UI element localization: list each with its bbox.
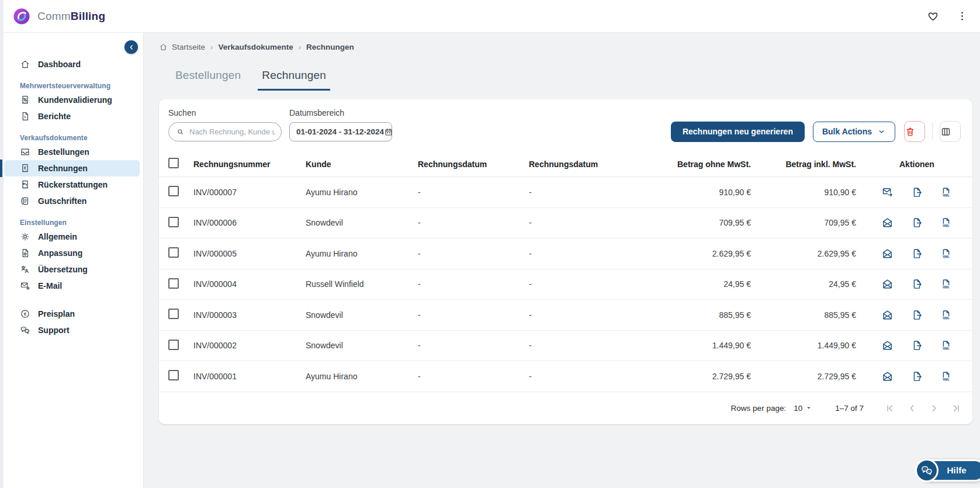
file-export-icon [911, 217, 923, 229]
regenerate-invoices-button[interactable]: Rechnungen neu generieren [671, 122, 805, 142]
sidebar-item-e-mail[interactable]: E-Mail [4, 278, 140, 294]
row-action-mail-open-button[interactable] [882, 217, 894, 229]
customer-cell: Snowdevil [306, 310, 418, 320]
select-all-checkbox[interactable] [168, 158, 179, 168]
mail-open-icon [882, 217, 894, 229]
file-xml-icon: XML [940, 309, 952, 321]
invoices-card: Suchen Datumsbereich 01-01-2024 - 31-12-… [159, 99, 972, 424]
toolbar-divider [932, 123, 933, 140]
invoice-euro-icon: € [20, 163, 30, 174]
sidebar-item-anpassung[interactable]: Anpassung [4, 245, 140, 261]
sidebar-item-gutschriften[interactable]: Gutschriften [4, 193, 140, 209]
net-amount-cell: 24,95 € [640, 279, 751, 289]
row-checkbox[interactable] [168, 370, 179, 380]
svg-text:XML: XML [943, 285, 950, 289]
sidebar-item-bestellungen[interactable]: Bestellungen [4, 144, 140, 160]
row-checkbox[interactable] [168, 247, 179, 258]
row-action-file-xml-button[interactable]: XML [940, 371, 952, 382]
row-action-file-export-button[interactable] [911, 248, 923, 259]
search-input[interactable] [189, 127, 275, 136]
invoice-number-cell: INV/000007 [193, 188, 306, 197]
row-actions: XML [856, 248, 963, 259]
window-edge-gutter [0, 0, 4, 488]
breadcrumb-separator: › [299, 43, 301, 51]
svg-text:XML: XML [943, 316, 950, 320]
file-xml-icon: XML [940, 248, 952, 259]
sidebar: DashboardMehrwertsteuerverwaltungKundenv… [0, 33, 144, 488]
invoice-number-cell: INV/000005 [193, 249, 306, 258]
row-action-file-export-button[interactable] [911, 186, 923, 198]
prev-page-button[interactable] [903, 400, 920, 416]
breadcrumb-item-startseite[interactable]: Startseite [159, 43, 205, 51]
row-action-file-export-button[interactable] [911, 371, 923, 382]
favorites-button[interactable] [923, 6, 943, 26]
sidebar-collapse-button[interactable] [124, 40, 138, 54]
net-amount-cell: 910,90 € [640, 188, 751, 197]
sidebar-item-kundenvalidierung[interactable]: Kundenvalidierung [4, 92, 140, 108]
mail-gear-icon [20, 281, 30, 291]
svg-text:€: € [24, 312, 27, 317]
sidebar-nav: DashboardMehrwertsteuerverwaltungKundenv… [0, 56, 143, 338]
row-action-mail-open-button[interactable] [882, 248, 894, 259]
sidebar-item-label: Preisplan [38, 309, 75, 319]
next-page-button[interactable] [926, 400, 942, 416]
sidebar-item-support[interactable]: Support [4, 322, 140, 338]
sidebar-item-dashboard[interactable]: Dashboard [4, 56, 140, 72]
breadcrumb-item-verkaufsdokumente[interactable]: Verkaufsdokumente [218, 43, 293, 51]
tab-bestellungen[interactable]: Bestellungen [171, 69, 245, 91]
net-amount-cell: 2.629,95 € [640, 249, 751, 258]
row-action-file-xml-button[interactable]: XML [940, 248, 952, 259]
column-settings-button[interactable] [940, 121, 961, 142]
tab-rechnungen[interactable]: Rechnungen [258, 69, 330, 91]
row-checkbox[interactable] [168, 217, 179, 227]
table-row: INV/000005Ayumu Hirano--2.629,95 €2.629,… [159, 238, 972, 269]
row-action-file-export-button[interactable] [911, 217, 923, 229]
rows-per-page-select[interactable]: 10 [794, 403, 814, 413]
date-range-label: Datumsbereich [289, 108, 392, 117]
date-range-input[interactable]: 01-01-2024 - 31-12-2024 [289, 122, 392, 141]
row-action-file-export-button[interactable] [911, 278, 923, 290]
sidebar-item-ruckerstattungen[interactable]: Rückerstattungen [4, 176, 140, 193]
row-checkbox[interactable] [168, 186, 179, 196]
invoice-date-cell: - [418, 249, 529, 258]
help-button[interactable]: Hilfe [918, 459, 980, 482]
row-action-mail-open-button[interactable] [882, 371, 894, 382]
row-action-file-export-button[interactable] [911, 309, 923, 321]
svg-text:XML: XML [943, 347, 950, 350]
date-range-value: 01-01-2024 - 31-12-2024 [296, 127, 384, 136]
row-action-file-xml-button[interactable]: XML [940, 340, 952, 351]
row-action-mail-send-button[interactable] [882, 186, 894, 198]
overflow-menu-button[interactable] [952, 6, 972, 26]
first-page-button[interactable] [881, 400, 898, 416]
sidebar-item-berichte[interactable]: Berichte [4, 108, 140, 124]
tab-bar: BestellungenRechnungen [171, 69, 972, 91]
row-action-file-xml-button[interactable]: XML [940, 186, 952, 198]
sidebar-item-allgemein[interactable]: Allgemein [4, 229, 140, 245]
file-export-icon [911, 340, 923, 351]
row-checkbox[interactable] [168, 309, 179, 319]
gross-amount-cell: 1.449,90 € [751, 341, 856, 350]
receipt-percent-icon [20, 95, 30, 105]
last-page-button[interactable] [948, 400, 964, 416]
row-checkbox[interactable] [168, 278, 179, 289]
row-action-file-xml-button[interactable]: XML [940, 309, 952, 321]
row-action-file-xml-button[interactable]: XML [940, 217, 952, 229]
row-action-mail-open-button[interactable] [882, 278, 894, 290]
rows-per-page-label: Rows per page: [731, 404, 787, 413]
table-toolbar: Rechnungen neu generieren Bulk Actions [671, 121, 961, 142]
row-action-file-export-button[interactable] [911, 340, 923, 351]
sidebar-item-ubersetzung[interactable]: Übersetzung [4, 261, 140, 278]
row-action-mail-open-button[interactable] [882, 340, 894, 351]
delete-selected-button[interactable] [904, 121, 925, 142]
sidebar-section-einstellungen: Einstellungen [0, 219, 143, 227]
last-page-icon [951, 403, 962, 414]
sidebar-item-rechnungen[interactable]: €Rechnungen [4, 160, 140, 176]
bulk-actions-button[interactable]: Bulk Actions [813, 122, 895, 142]
row-action-mail-open-button[interactable] [882, 309, 894, 321]
row-checkbox[interactable] [168, 340, 179, 350]
row-action-file-xml-button[interactable]: XML [940, 278, 952, 290]
row-actions: XML [856, 186, 963, 198]
invoice-date-cell: - [418, 218, 529, 227]
sidebar-item-preisplan[interactable]: €Preisplan [4, 306, 140, 322]
svg-text:XML: XML [943, 255, 950, 258]
